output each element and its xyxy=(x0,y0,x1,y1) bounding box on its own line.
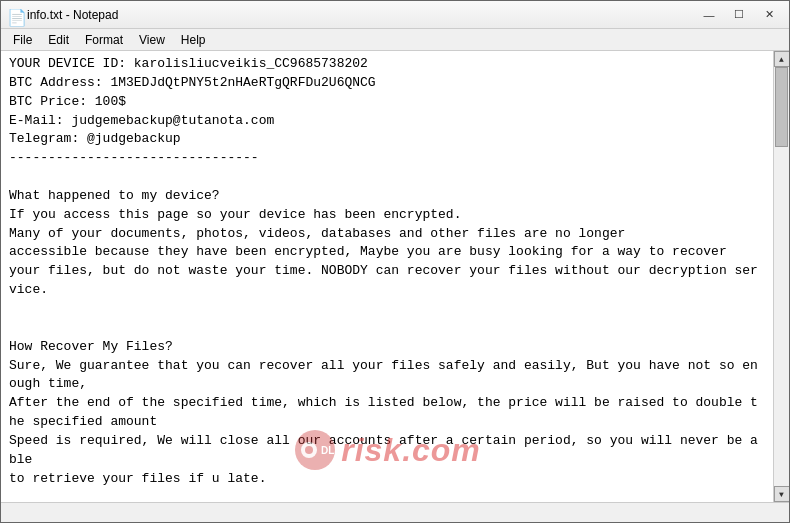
scroll-track[interactable] xyxy=(774,67,789,486)
maximize-button[interactable]: ☐ xyxy=(725,5,753,25)
window-title: info.txt - Notepad xyxy=(27,8,118,22)
menu-file[interactable]: File xyxy=(5,31,40,49)
menu-edit[interactable]: Edit xyxy=(40,31,77,49)
scroll-up-arrow[interactable]: ▲ xyxy=(774,51,790,67)
close-button[interactable]: ✕ xyxy=(755,5,783,25)
menu-help[interactable]: Help xyxy=(173,31,214,49)
app-icon: 📄 xyxy=(7,8,21,22)
menu-format[interactable]: Format xyxy=(77,31,131,49)
window-controls: — ☐ ✕ xyxy=(695,5,783,25)
text-editor[interactable]: YOUR DEVICE ID: karolisliucveikis_CC9685… xyxy=(1,51,773,502)
vertical-scrollbar[interactable]: ▲ ▼ xyxy=(773,51,789,502)
notepad-window: 📄 info.txt - Notepad — ☐ ✕ File Edit For… xyxy=(0,0,790,523)
scroll-down-arrow[interactable]: ▼ xyxy=(774,486,790,502)
menu-bar: File Edit Format View Help xyxy=(1,29,789,51)
content-wrapper: YOUR DEVICE ID: karolisliucveikis_CC9685… xyxy=(1,51,789,502)
title-bar: 📄 info.txt - Notepad — ☐ ✕ xyxy=(1,1,789,29)
minimize-button[interactable]: — xyxy=(695,5,723,25)
status-bar xyxy=(1,502,789,522)
title-bar-left: 📄 info.txt - Notepad xyxy=(7,8,118,22)
scroll-thumb[interactable] xyxy=(775,67,788,147)
menu-view[interactable]: View xyxy=(131,31,173,49)
